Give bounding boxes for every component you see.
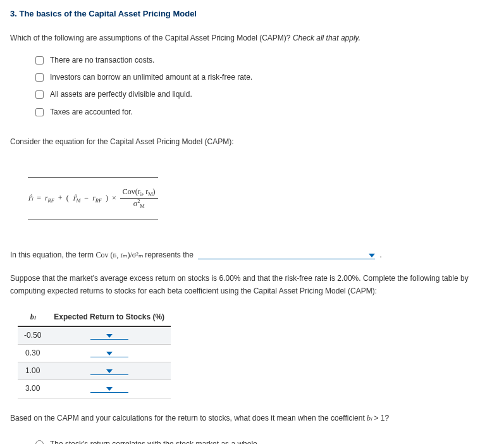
beta-1: 0.30 [18,345,47,362]
eq-minus: − [84,192,89,204]
col-beta: bᵢ [18,309,47,326]
table-row: 0.30 [18,345,171,362]
q1-intro: Which of the following are assumptions o… [10,32,494,44]
eq-times: × [112,192,116,204]
q1-hint: Check all that apply. [293,34,360,42]
return-dropdown-2[interactable] [90,365,128,375]
section-title: 3. The basics of the Capital Asset Prici… [10,8,494,21]
checkbox-2[interactable] [35,90,44,99]
q2-a: In this equation, the term [10,250,95,259]
capm-equation: r̂ᵢ = rRF + ( r̂M − rRF ) × Cov(ri, rM) … [28,177,158,220]
eq-equals: = [37,192,41,204]
q3-a: Based on the CAPM and your calculations … [10,414,367,422]
suppose-text: Suppose that the market's average excess… [10,273,494,297]
beta-0: -0.50 [18,326,47,345]
q2-b: represents the [143,250,195,259]
eq-lhs: r̂ᵢ [28,192,33,204]
q2-term: Cov (rᵢ, rₘ)/σ²ₘ [95,250,142,259]
chevron-down-icon [106,369,113,373]
radio-option-0[interactable]: The stock's return correlates with the s… [35,436,494,444]
radio-label-0: The stock's return correlates with the s… [50,438,259,444]
checkbox-list: There are no transaction costs. Investor… [35,52,494,121]
checkbox-0[interactable] [35,56,44,65]
q2-c: . [378,250,382,259]
checkbox-1[interactable] [35,73,44,82]
eq-fraction: Cov(ri, rM) σ2M [120,188,158,209]
return-dropdown-1[interactable] [90,347,128,357]
check-option-1[interactable]: Investors can borrow an unlimited amount… [35,69,494,86]
eq-rp: ) [106,192,108,204]
answer-dropdown-term[interactable] [198,249,375,259]
chevron-down-icon [106,387,113,391]
q2-line: In this equation, the term Cov (rᵢ, rₘ)/… [10,249,494,261]
beta-2: 1.00 [18,362,47,380]
check-label-1: Investors can borrow an unlimited amount… [50,71,252,83]
eq-lp: ( [66,192,69,204]
col-return: Expected Return to Stocks (%) [47,309,171,326]
table-row: 3.00 [18,380,171,398]
table-row: 1.00 [18,362,171,380]
check-label-0: There are no transaction costs. [50,54,154,66]
consider-text: Consider the equation for the Capital As… [10,136,494,148]
chevron-down-icon [106,334,113,338]
q3-b: bᵢ [367,414,372,422]
check-option-0[interactable]: There are no transaction costs. [35,52,494,69]
return-dropdown-0[interactable] [90,330,128,340]
q1-text: Which of the following are assumptions o… [10,34,293,42]
check-label-3: Taxes are accounted for. [50,106,133,118]
check-label-2: All assets are perfectly divisible and l… [50,89,192,101]
check-option-2[interactable]: All assets are perfectly divisible and l… [35,86,494,103]
beta-3: 3.00 [18,380,47,398]
beta-table: bᵢ Expected Return to Stocks (%) -0.50 0… [18,309,171,398]
eq-rm: r̂M [73,192,81,206]
eq-rrf1: rRF [45,192,54,206]
table-row: -0.50 [18,326,171,345]
eq-rrf2: rRF [92,192,102,206]
chevron-down-icon [106,352,113,355]
q3-c: > 1? [372,414,389,422]
check-option-3[interactable]: Taxes are accounted for. [35,104,494,121]
q3-line: Based on the CAPM and your calculations … [10,412,494,424]
chevron-down-icon [369,254,375,257]
radio-list: The stock's return correlates with the s… [35,436,494,444]
eq-plus: + [58,192,63,204]
radio-0[interactable] [35,440,44,444]
return-dropdown-3[interactable] [90,383,128,393]
checkbox-3[interactable] [35,108,44,116]
